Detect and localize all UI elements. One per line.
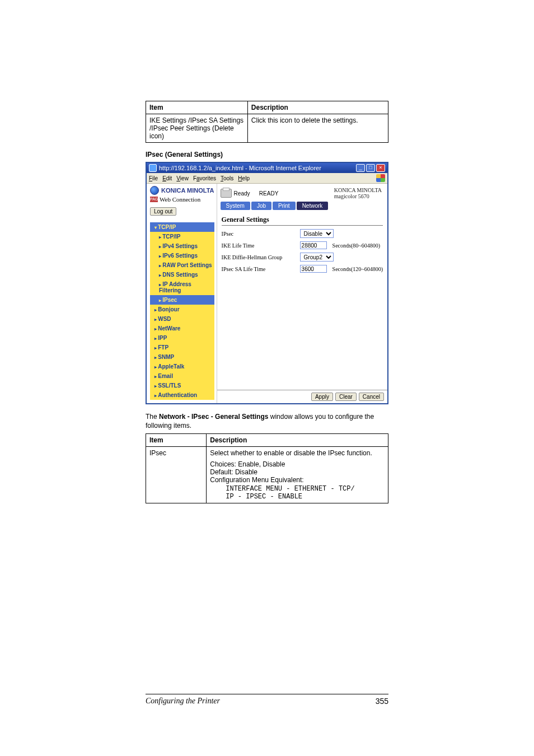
tab-job[interactable]: Job bbox=[251, 202, 271, 210]
t2-desc-line3: Default: Disable bbox=[210, 468, 385, 476]
printer-status: Ready READY bbox=[221, 187, 279, 199]
sa-life-time-input[interactable] bbox=[300, 265, 327, 273]
subbrand-text: Web Connection bbox=[160, 196, 200, 203]
sa-label: IPsec SA Life Time bbox=[222, 266, 294, 272]
menu-file[interactable]: File bbox=[149, 175, 158, 181]
nav-group-tcpip[interactable]: TCP/IP bbox=[150, 222, 214, 232]
t2-desc-line2: Choices: Enable, Disable bbox=[210, 460, 385, 468]
windows-flag-icon bbox=[376, 174, 385, 182]
subbrand-row: PAGE Web Connection bbox=[150, 196, 214, 203]
side-nav: TCP/IP TCP/IP IPv4 Settings IPv6 Setting… bbox=[150, 222, 214, 400]
ike-label: IKE Life Time bbox=[222, 242, 294, 249]
nav-item-appletalk[interactable]: AppleTalk bbox=[150, 362, 214, 371]
nav-item-wsd[interactable]: WSD bbox=[150, 314, 214, 324]
nav-item-snmp[interactable]: SNMP bbox=[150, 352, 214, 362]
nav-item-netware[interactable]: NetWare bbox=[150, 324, 214, 333]
ike-range: Seconds(80~604800) bbox=[332, 242, 380, 249]
device-brand: KONICA MINOLTA bbox=[334, 187, 382, 193]
menu-help[interactable]: Help bbox=[238, 175, 250, 181]
nav-item-ipsec[interactable]: IPsec bbox=[150, 295, 214, 305]
ie-icon bbox=[149, 164, 157, 172]
konica-minolta-logo-icon bbox=[150, 186, 159, 195]
page-footer: Configuring the Printer 355 bbox=[146, 694, 388, 706]
nav-item-dns-settings[interactable]: DNS Settings bbox=[150, 270, 214, 279]
tab-network[interactable]: Network bbox=[297, 202, 329, 210]
clear-button[interactable]: Clear bbox=[335, 393, 357, 401]
footer-section: Configuring the Printer bbox=[146, 697, 220, 706]
t1-desc-cell: Click this icon to delete the settings. bbox=[247, 114, 388, 143]
brand-row: KONICA MINOLTA bbox=[150, 186, 214, 195]
t2-config-path: INTERFACE MENU - ETHERNET - TCP/ IP - IP… bbox=[226, 485, 385, 501]
item-desc-table-2: Item Description IPsec Select whether to… bbox=[146, 433, 388, 503]
nav-item-ipv4-settings[interactable]: IPv4 Settings bbox=[150, 241, 214, 251]
t2-desc-cell: Select whether to enable or disable the … bbox=[207, 447, 388, 503]
cancel-button[interactable]: Cancel bbox=[359, 393, 384, 401]
menu-tools[interactable]: Tools bbox=[221, 175, 233, 181]
section-heading: IPsec (General Settings) bbox=[146, 151, 388, 158]
ipsec-label: IPsec bbox=[222, 231, 294, 237]
apply-button[interactable]: Apply bbox=[311, 393, 333, 401]
status-value: READY bbox=[259, 190, 278, 197]
t1-header-item: Item bbox=[146, 101, 248, 114]
browser-window: http://192.168.1.2/a_index.html - Micros… bbox=[146, 162, 388, 404]
window-title: http://192.168.1.2/a_index.html - Micros… bbox=[159, 165, 321, 171]
menu-edit[interactable]: Edit bbox=[162, 175, 172, 181]
nav-item-email[interactable]: Email bbox=[150, 371, 214, 381]
window-minimize-button[interactable]: _ bbox=[356, 164, 365, 172]
window-titlebar: http://192.168.1.2/a_index.html - Micros… bbox=[147, 163, 387, 173]
t2-header-item: Item bbox=[146, 434, 207, 447]
pagescope-mark-icon: PAGE bbox=[150, 197, 158, 202]
ipsec-select[interactable]: Disable bbox=[300, 229, 334, 238]
window-maximize-button[interactable]: □ bbox=[366, 164, 375, 172]
nav-item-ssl-tls[interactable]: SSL/TLS bbox=[150, 381, 214, 390]
footer-page: 355 bbox=[376, 697, 388, 706]
nav-item-raw-port[interactable]: RAW Port Settings bbox=[150, 260, 214, 270]
t2-desc-line4: Configuration Menu Equivalent: bbox=[210, 476, 385, 484]
t2-item-cell: IPsec bbox=[146, 447, 207, 503]
menu-bar: File Edit View Favorites Tools Help bbox=[147, 173, 387, 184]
brand-text: KONICA MINOLTA bbox=[161, 187, 214, 194]
tab-system[interactable]: System bbox=[221, 202, 250, 210]
nav-item-ftp[interactable]: FTP bbox=[150, 343, 214, 352]
panel-buttons: Apply Clear Cancel bbox=[217, 390, 387, 403]
t2-desc-line1: Select whether to enable or disable the … bbox=[210, 449, 385, 457]
printer-icon bbox=[221, 189, 232, 198]
top-tabs: System Job Print Network bbox=[217, 202, 387, 210]
window-close-button[interactable]: × bbox=[376, 164, 385, 172]
panel-title: General Settings bbox=[222, 216, 383, 226]
nav-item-authentication[interactable]: Authentication bbox=[150, 390, 214, 400]
t2-header-desc: Description bbox=[207, 434, 388, 447]
logout-button[interactable]: Log out bbox=[150, 207, 176, 216]
tab-print[interactable]: Print bbox=[273, 202, 296, 210]
settings-panel: General Settings IPsec Disable IKE Life … bbox=[217, 213, 387, 390]
menu-view[interactable]: View bbox=[176, 175, 189, 181]
item-desc-table-1: Item Description IKE Settings /IPsec SA … bbox=[146, 101, 388, 143]
nav-item-ipv6-settings[interactable]: IPv6 Settings bbox=[150, 251, 214, 260]
ike-life-time-input[interactable] bbox=[300, 241, 327, 249]
menu-favorites[interactable]: Favorites bbox=[193, 175, 216, 181]
dh-group-select[interactable]: Group2 bbox=[300, 253, 334, 262]
device-model: magicolor 5670 bbox=[334, 193, 382, 199]
status-label: Ready bbox=[234, 190, 250, 197]
nav-item-ip-filtering[interactable]: IP Address Filtering bbox=[150, 279, 214, 295]
nav-item-ipp[interactable]: IPP bbox=[150, 333, 214, 343]
dh-label: IKE Diffie-Hellman Group bbox=[222, 254, 294, 260]
intro-paragraph: The Network - IPsec - General Settings w… bbox=[146, 412, 388, 430]
sa-range: Seconds(120~604800) bbox=[332, 266, 383, 272]
nav-item-tcpip[interactable]: TCP/IP bbox=[150, 232, 214, 241]
nav-item-bonjour[interactable]: Bonjour bbox=[150, 305, 214, 314]
t1-header-desc: Description bbox=[247, 101, 388, 114]
t1-item-cell: IKE Settings /IPsec SA Settings /IPsec P… bbox=[146, 114, 248, 143]
